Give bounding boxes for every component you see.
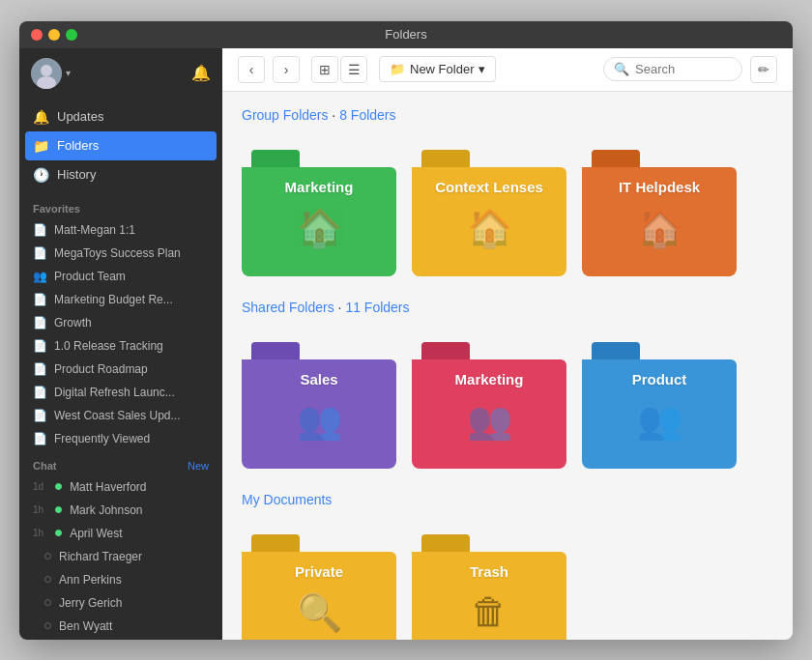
new-folder-chevron-icon: ▾ (478, 62, 485, 76)
fav-label-frequently-viewed: Frequently Viewed (54, 432, 150, 445)
folder-it-helpdesk[interactable]: IT Helpdesk 🏠 (582, 136, 737, 276)
my-documents-grid: Private 🔍 Trash 🗑 (242, 521, 773, 640)
chat-item-matt-haverford[interactable]: 1d Matt Haverford (19, 475, 222, 499)
fav-icon-product-team: 👥 (33, 270, 47, 283)
folder-context-lenses-name: Context Lenses (435, 179, 543, 195)
folder-context-lenses-icon: 🏠 (467, 207, 512, 249)
folder-private[interactable]: Private 🔍 (242, 521, 396, 640)
fav-label-product-roadmap: Product Roadmap (54, 362, 148, 376)
search-bar: 🔍 (603, 57, 742, 81)
fav-product-team[interactable]: 👥 Product Team (19, 265, 222, 288)
folder-marketing-shared[interactable]: Marketing 👥 (412, 329, 566, 469)
fav-product-roadmap[interactable]: 📄 Product Roadmap (19, 358, 222, 381)
folder-private-name: Private (295, 563, 343, 580)
grid-view-button[interactable]: ⊞ (311, 56, 338, 83)
sidebar-item-updates[interactable]: 🔔 Updates (19, 102, 222, 131)
group-folders-grid: Marketing 🏠 Context Lenses 🏠 (242, 136, 773, 276)
new-folder-button[interactable]: 📁 New Folder ▾ (379, 56, 496, 82)
chat-item-ben[interactable]: Ben Wyatt (19, 615, 222, 638)
avatar-area[interactable]: ▾ (31, 58, 71, 89)
chat-item-jerry[interactable]: Jerry Gerich (19, 591, 222, 615)
compose-button[interactable]: ✏ (750, 56, 777, 83)
fav-matt-megan[interactable]: 📄 Matt-Megan 1:1 (19, 218, 222, 242)
fav-icon-west-coast: 📄 (33, 409, 47, 422)
folder-private-icon: 🔍 (297, 591, 342, 634)
folder-trash[interactable]: Trash 🗑 (412, 521, 566, 640)
online-dot-mark (55, 506, 62, 513)
fav-west-coast[interactable]: 📄 West Coast Sales Upd... (19, 404, 222, 427)
fav-growth[interactable]: 📄 Growth (19, 311, 222, 334)
forward-button[interactable]: › (273, 56, 300, 83)
chat-label-mark: Mark Johnson (70, 503, 142, 517)
list-view-button[interactable]: ☰ (340, 56, 367, 83)
fav-label-megatoys: MegaToys Success Plan (54, 246, 181, 260)
favorites-label: Favorites (19, 193, 222, 218)
chat-item-mark-johnson[interactable]: 1h Mark Johnson (19, 499, 222, 522)
chat-label: Chat (33, 460, 56, 472)
notification-bell-icon[interactable]: 🔔 (191, 64, 211, 82)
fav-release-tracking[interactable]: 📄 1.0 Release Tracking (19, 334, 222, 358)
fav-icon-release-tracking: 📄 (33, 339, 47, 353)
folder-trash-name: Trash (470, 563, 508, 580)
folder-sales[interactable]: Sales 👥 (242, 329, 396, 469)
chat-item-richard[interactable]: Richard Traeger (19, 545, 222, 568)
chat-new-badge: New (188, 460, 209, 472)
folder-marketing-shared-name: Marketing (455, 371, 524, 387)
fav-icon-product-roadmap: 📄 (33, 362, 47, 376)
back-button[interactable]: ‹ (238, 56, 265, 83)
chat-label-richard: Richard Traeger (59, 550, 142, 563)
group-folders-section-title: Group Folders · 8 Folders (242, 107, 773, 123)
folder-it-helpdesk-name: IT Helpdesk (619, 179, 700, 195)
chat-item-april-west[interactable]: 1h April West (19, 522, 222, 545)
group-folders-label: Group Folders (242, 107, 328, 123)
sidebar-item-history[interactable]: 🕐 History (19, 160, 222, 189)
fav-icon-marketing-budget: 📄 (33, 293, 47, 306)
fav-icon-digital-refresh: 📄 (33, 386, 47, 399)
chat-time-matt: 1d (33, 481, 44, 492)
folder-marketing-icon: 🏠 (297, 207, 342, 249)
history-icon: 🕐 (33, 167, 49, 183)
folder-sales-name: Sales (300, 371, 337, 387)
offline-dot-richard (44, 553, 51, 560)
chat-section-header: Chat New (19, 450, 222, 475)
my-documents-label: My Documents (242, 492, 332, 507)
updates-icon: 🔔 (33, 109, 49, 125)
chat-label-april: April West (70, 527, 122, 540)
search-icon: 🔍 (614, 62, 629, 76)
fav-icon-growth: 📄 (33, 316, 47, 330)
online-dot-matt (55, 483, 62, 490)
chat-item-ann[interactable]: Ann Perkins (19, 568, 222, 591)
folder-product-name: Product (632, 371, 687, 387)
fav-label-product-team: Product Team (54, 270, 126, 283)
traffic-lights (31, 29, 77, 41)
folders-icon: 📁 (33, 138, 49, 154)
offline-dot-jerry (44, 599, 51, 606)
sidebar-item-updates-label: Updates (57, 109, 103, 124)
avatar-chevron-icon: ▾ (66, 68, 71, 78)
folder-it-helpdesk-icon: 🏠 (637, 207, 682, 249)
sidebar-item-folders[interactable]: 📁 Folders (25, 131, 217, 160)
offline-dot-ann (44, 576, 51, 583)
fav-megatoys[interactable]: 📄 MegaToys Success Plan (19, 242, 222, 265)
chat-label-ben: Ben Wyatt (59, 619, 112, 633)
maximize-button[interactable] (66, 29, 77, 41)
fav-marketing-budget[interactable]: 📄 Marketing Budget Re... (19, 288, 222, 311)
fav-frequently-viewed[interactable]: 📄 Frequently Viewed (19, 427, 222, 450)
title-bar: Folders (19, 21, 793, 48)
fav-icon-frequently-viewed: 📄 (33, 432, 47, 445)
main-content: ‹ › ⊞ ☰ 📁 New Folder ▾ 🔍 ✏ (222, 48, 793, 640)
chat-time-april: 1h (33, 528, 44, 538)
close-button[interactable] (31, 29, 43, 41)
folder-marketing[interactable]: Marketing 🏠 (242, 136, 396, 276)
shared-folders-label: Shared Folders (242, 300, 334, 315)
fav-digital-refresh[interactable]: 📄 Digital Refresh Launc... (19, 381, 222, 404)
sidebar-item-folders-label: Folders (57, 138, 99, 153)
minimize-button[interactable] (48, 29, 60, 41)
search-input[interactable] (635, 62, 732, 76)
shared-folders-section-title: Shared Folders · 11 Folders (242, 300, 773, 315)
my-documents-section-title: My Documents (242, 492, 773, 507)
svg-point-1 (41, 65, 52, 76)
folder-context-lenses[interactable]: Context Lenses 🏠 (412, 136, 566, 276)
new-folder-label: New Folder (410, 62, 474, 76)
folder-product[interactable]: Product 👥 (582, 329, 737, 469)
